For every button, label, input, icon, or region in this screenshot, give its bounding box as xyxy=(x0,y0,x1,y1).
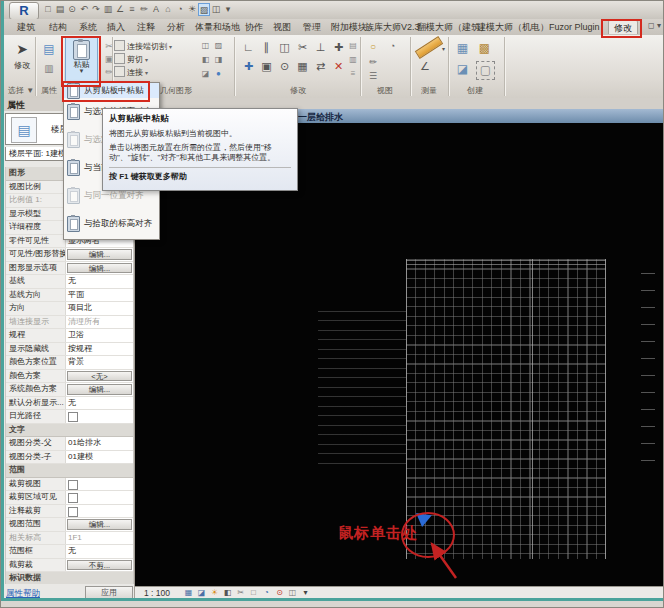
legend-icon[interactable]: ▦ xyxy=(454,40,471,57)
chevron-down-icon[interactable]: ▾ xyxy=(145,57,148,63)
checkbox[interactable] xyxy=(68,412,78,422)
join-geometry-icon[interactable]: ◨ xyxy=(213,54,224,65)
viewbar-more-icon[interactable]: ▾ xyxy=(300,588,311,598)
split-icon[interactable]: ✂ xyxy=(295,40,310,55)
crop-view-icon[interactable]: ✂ xyxy=(235,588,246,598)
geometry-button[interactable]: 连接端切割▾ xyxy=(114,40,172,52)
sun-icon[interactable]: ☀ xyxy=(186,3,198,16)
paste-dropdown-arrow-icon[interactable]: ▼ xyxy=(66,69,97,74)
chevron-down-icon[interactable]: ▾ xyxy=(145,70,148,76)
visual-style-icon[interactable]: ◪ xyxy=(196,588,207,598)
close-hidden-windows-icon[interactable]: ◫ xyxy=(210,3,222,16)
section-icon[interactable]: ◔ xyxy=(174,3,186,16)
property-edit-button[interactable]: 编辑... xyxy=(67,384,132,395)
multi-align-icon[interactable]: ≡ xyxy=(347,68,359,80)
cut-geometry-icon[interactable]: ◧ xyxy=(200,54,211,65)
copy-icon[interactable]: ▣ xyxy=(259,59,274,74)
application-menu-button[interactable]: R xyxy=(9,2,39,20)
delete-icon[interactable]: ✕ xyxy=(331,59,346,74)
property-value[interactable]: 卫浴 xyxy=(66,329,133,342)
tag-icon[interactable]: ✏ xyxy=(138,3,150,16)
create-similar-icon[interactable]: ▢ xyxy=(476,61,495,80)
property-value[interactable]: 1F1 xyxy=(66,532,133,545)
checkbox[interactable] xyxy=(68,480,78,490)
property-value[interactable] xyxy=(66,505,133,518)
trim-icon[interactable]: ⊥ xyxy=(313,40,328,55)
crop-region-icon[interactable]: □ xyxy=(248,588,259,598)
cut-profile-icon[interactable]: ✏ xyxy=(366,56,380,68)
property-value[interactable]: 编辑... xyxy=(66,383,133,396)
match-type-icon[interactable]: ✏ xyxy=(103,66,115,78)
property-value[interactable]: 项目北 xyxy=(66,302,133,315)
tab-系统[interactable]: 系统 xyxy=(74,20,102,34)
view-scale[interactable]: 1 : 100 xyxy=(144,588,170,598)
menu-item-与拾取的标高对齐[interactable]: 与拾取的标高对齐 xyxy=(64,210,159,238)
cut-to-clipboard-icon[interactable]: ✂ xyxy=(103,40,115,52)
analysis-icon[interactable]: ◫ xyxy=(287,588,298,598)
tab-协作[interactable]: 协作 xyxy=(240,20,268,34)
property-edit-button[interactable]: 编辑... xyxy=(67,519,132,530)
ribbon-collapse-controls[interactable]: ◻ ▾ xyxy=(648,21,661,30)
property-edit-button[interactable]: 编辑... xyxy=(67,263,132,274)
shadows-icon[interactable]: ◧ xyxy=(222,588,233,598)
property-value[interactable]: 无 xyxy=(66,397,133,410)
geometry-button[interactable]: 剪切▾ xyxy=(114,53,148,65)
3d-view-icon[interactable]: ⌂ xyxy=(162,3,174,16)
temporary-hide-icon[interactable]: ◔ xyxy=(261,588,272,598)
property-value[interactable]: 无 xyxy=(66,545,133,558)
property-value[interactable]: 01建模 xyxy=(66,451,133,464)
property-value[interactable]: 01给排水 xyxy=(66,437,133,450)
menu-item-从剪贴板中粘贴[interactable]: 从剪贴板中粘贴 xyxy=(64,83,159,98)
property-value[interactable]: 平面 xyxy=(66,289,133,302)
properties-palette-icon[interactable]: ▤ xyxy=(38,39,60,59)
property-value[interactable]: 无 xyxy=(66,275,133,288)
section-文字[interactable]: 文字 xyxy=(6,424,133,438)
tab-建模大师（机电）[interactable]: 建模大师（机电） xyxy=(472,20,554,34)
tab-体量和场地[interactable]: 体量和场地 xyxy=(190,20,245,34)
undo-icon[interactable]: ↶ xyxy=(78,3,90,16)
tab-视图[interactable]: 视图 xyxy=(268,20,296,34)
tab-插入[interactable]: 插入 xyxy=(102,20,130,34)
tab-管理[interactable]: 管理 xyxy=(298,20,326,34)
tab-建筑[interactable]: 建筑 xyxy=(12,20,40,34)
measure-icon[interactable]: ∠ xyxy=(114,3,126,16)
measure-dropdown-arrow-icon[interactable]: ▾ xyxy=(442,45,445,52)
reveal-hidden-icon[interactable]: ⊙ xyxy=(274,588,285,598)
tab-修改[interactable]: 修改 xyxy=(608,20,638,34)
chevron-down-icon[interactable]: ▾ xyxy=(169,44,172,50)
tab-注释[interactable]: 注释 xyxy=(132,20,160,34)
type-properties-icon[interactable]: ▥ xyxy=(40,61,58,77)
align-icon[interactable]: ∟ xyxy=(241,40,256,55)
checkbox[interactable] xyxy=(68,493,78,503)
property-value[interactable]: 按规程 xyxy=(66,343,133,356)
sun-path-icon[interactable]: ☀ xyxy=(209,588,220,598)
pin-icon[interactable]: ✚ xyxy=(331,40,346,55)
property-value[interactable]: 不剪... xyxy=(66,559,133,572)
measure-ruler-icon[interactable] xyxy=(415,36,443,59)
unpin-icon[interactable]: ▥ xyxy=(347,54,359,66)
property-edit-button[interactable]: <无> xyxy=(67,371,132,382)
checkbox[interactable] xyxy=(68,507,78,517)
linework-icon[interactable]: ☰ xyxy=(366,70,380,82)
tab-分析[interactable]: 分析 xyxy=(162,20,190,34)
section-范围[interactable]: 范围 xyxy=(6,464,133,478)
mirror-icon[interactable]: ◫ xyxy=(277,40,292,55)
property-value[interactable] xyxy=(66,478,133,491)
open-icon[interactable]: □ xyxy=(42,3,54,16)
detail-level-icon[interactable]: ▦ xyxy=(183,588,194,598)
create-group-icon[interactable]: ▩ xyxy=(476,40,493,57)
copy-to-clipboard-icon[interactable]: ▣ xyxy=(103,53,115,65)
property-value[interactable]: 编辑... xyxy=(66,518,133,531)
thin-lines-icon[interactable]: ▨ xyxy=(198,3,210,16)
property-edit-button[interactable]: 不剪... xyxy=(67,560,132,571)
graphic-display-icon[interactable]: ◔ xyxy=(386,40,399,53)
tab-Fuzor Plugin[interactable]: Fuzor Plugin xyxy=(544,20,605,34)
offset-icon[interactable]: ∥ xyxy=(259,40,274,55)
property-value[interactable]: 背景 xyxy=(66,356,133,369)
display-box-icon[interactable]: ◪ xyxy=(454,61,471,78)
property-value[interactable]: 编辑... xyxy=(66,262,133,275)
property-value[interactable]: 清理所有 xyxy=(66,316,133,329)
angle-dimension-icon[interactable]: ∠ xyxy=(417,59,433,74)
split-face-icon[interactable]: ◪ xyxy=(200,68,211,79)
geometry-button[interactable]: 连接▾ xyxy=(114,66,148,78)
